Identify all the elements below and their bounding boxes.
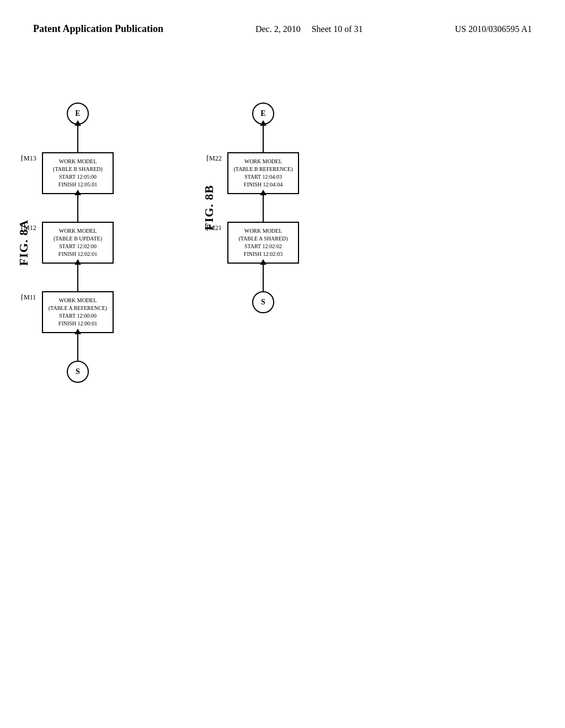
fig8b-section: FIG. 8B E ⌈M22 WORK MODEL (TABLE B REFER…	[202, 103, 299, 313]
header-center: Dec. 2, 2010 Sheet 10 of 31	[255, 22, 363, 36]
fig8a-node-m13: ⌈M13 WORK MODEL (TABLE B SHARED) START 1…	[42, 152, 114, 194]
fig8a-m12-box: WORK MODEL (TABLE B UPDATE) START 12:02:…	[42, 222, 114, 264]
fig8b-m22-label: ⌈M22	[206, 154, 222, 163]
publication-date: Dec. 2, 2010	[255, 24, 301, 34]
fig8a-nodes: E ⌈M13 WORK MODEL (TABLE B SHARED) START…	[42, 103, 114, 383]
fig8b-node-m22: ⌈M22 WORK MODEL (TABLE B REFERENCE) STAR…	[227, 152, 299, 194]
figures-container: FIG. 8A E ⌈M13 WORK MODEL (TABLE B SHARE…	[0, 103, 565, 383]
fig8a-node-m12: ⌈M12 WORK MODEL (TABLE B UPDATE) START 1…	[42, 222, 114, 264]
fig8a-arrow-top	[77, 125, 78, 152]
fig8a-start-terminal: S	[67, 361, 89, 383]
fig8a-m11-box: WORK MODEL (TABLE A REFERENCE) START 12:…	[42, 291, 114, 333]
fig8b-arrow-s-m21	[263, 264, 264, 291]
fig8b-node-m21: ⌈M21 WORK MODEL (TABLE A SHARED) START 1…	[227, 222, 299, 264]
publication-title: Patent Application Publication	[33, 22, 163, 36]
fig8a-arrow-s-m11	[77, 333, 78, 361]
fig8a-section: FIG. 8A E ⌈M13 WORK MODEL (TABLE B SHARE…	[17, 103, 114, 383]
patent-number: US 2010/0306595 A1	[455, 22, 532, 36]
fig8a-m13-box: WORK MODEL (TABLE B SHARED) START 12:05:…	[42, 152, 114, 194]
fig8a-arrow-m12-m13	[77, 194, 78, 222]
fig8a-m12-label: ⌈M12	[21, 224, 36, 232]
fig8b-nodes: E ⌈M22 WORK MODEL (TABLE B REFERENCE) ST…	[227, 103, 299, 313]
fig8a-arrow-m11-m12	[77, 264, 78, 291]
fig8a-m11-label: ⌈M11	[21, 293, 36, 302]
page-header: Patent Application Publication Dec. 2, 2…	[0, 0, 565, 47]
fig8b-m21-box: WORK MODEL (TABLE A SHARED) START 12:02:…	[227, 222, 299, 264]
fig8a-node-m11: ⌈M11 WORK MODEL (TABLE A REFERENCE) STAR…	[42, 291, 114, 333]
fig8b-arrow-m21-m22	[263, 194, 264, 222]
fig8b-arrow-top	[263, 125, 264, 152]
fig8b-m22-box: WORK MODEL (TABLE B REFERENCE) START 12:…	[227, 152, 299, 194]
fig8b-m21-label: ⌈M21	[206, 224, 222, 232]
sheet-info: Sheet 10 of 31	[312, 24, 363, 34]
fig8a-m13-label: ⌈M13	[21, 154, 36, 163]
fig8b-start-terminal: S	[252, 291, 274, 313]
